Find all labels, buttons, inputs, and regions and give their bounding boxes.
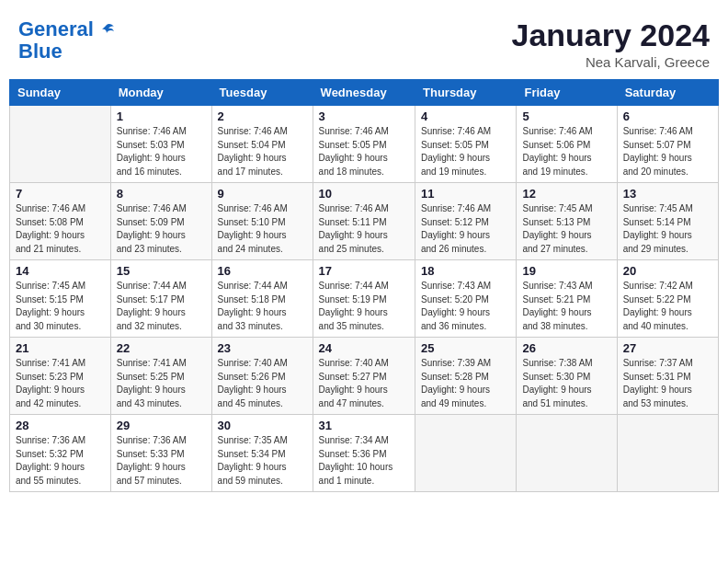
calendar-cell xyxy=(415,415,517,492)
day-number: 4 xyxy=(421,109,510,123)
day-info: Sunrise: 7:35 AM Sunset: 5:34 PM Dayligh… xyxy=(218,434,307,488)
calendar-cell: 7Sunrise: 7:46 AM Sunset: 5:08 PM Daylig… xyxy=(10,183,111,260)
month-title: January 2024 xyxy=(512,18,711,52)
logo: GeneralBlue xyxy=(18,18,116,63)
calendar-cell xyxy=(10,106,111,183)
day-number: 1 xyxy=(117,109,206,123)
day-header-thursday: Thursday xyxy=(415,80,517,106)
day-number: 13 xyxy=(623,187,712,201)
calendar-body: 1Sunrise: 7:46 AM Sunset: 5:03 PM Daylig… xyxy=(10,106,719,492)
day-info: Sunrise: 7:41 AM Sunset: 5:23 PM Dayligh… xyxy=(16,357,105,410)
calendar-cell: 17Sunrise: 7:44 AM Sunset: 5:19 PM Dayli… xyxy=(313,260,415,338)
day-info: Sunrise: 7:40 AM Sunset: 5:27 PM Dayligh… xyxy=(319,357,409,410)
day-info: Sunrise: 7:46 AM Sunset: 5:07 PM Dayligh… xyxy=(623,125,712,178)
day-number: 5 xyxy=(522,109,610,123)
calendar-week-row: 1Sunrise: 7:46 AM Sunset: 5:03 PM Daylig… xyxy=(10,106,719,183)
calendar-cell xyxy=(517,415,617,492)
day-info: Sunrise: 7:41 AM Sunset: 5:25 PM Dayligh… xyxy=(117,357,206,410)
day-header-wednesday: Wednesday xyxy=(313,80,415,106)
calendar-cell: 25Sunrise: 7:39 AM Sunset: 5:28 PM Dayli… xyxy=(415,338,517,415)
day-number: 6 xyxy=(623,109,712,123)
calendar-table: SundayMondayTuesdayWednesdayThursdayFrid… xyxy=(9,79,719,492)
day-info: Sunrise: 7:46 AM Sunset: 5:05 PM Dayligh… xyxy=(421,125,510,178)
calendar-cell: 31Sunrise: 7:34 AM Sunset: 5:36 PM Dayli… xyxy=(313,415,415,492)
day-header-sunday: Sunday xyxy=(10,80,111,106)
day-number: 19 xyxy=(522,264,610,278)
calendar-cell: 15Sunrise: 7:44 AM Sunset: 5:17 PM Dayli… xyxy=(110,260,211,338)
day-info: Sunrise: 7:36 AM Sunset: 5:32 PM Dayligh… xyxy=(16,434,105,488)
calendar-cell: 8Sunrise: 7:46 AM Sunset: 5:09 PM Daylig… xyxy=(110,183,211,260)
day-number: 9 xyxy=(218,187,307,201)
day-header-friday: Friday xyxy=(517,80,617,106)
day-number: 14 xyxy=(16,264,105,278)
day-info: Sunrise: 7:46 AM Sunset: 5:12 PM Dayligh… xyxy=(421,202,510,256)
calendar-cell: 3Sunrise: 7:46 AM Sunset: 5:05 PM Daylig… xyxy=(313,106,415,183)
day-number: 11 xyxy=(421,187,510,201)
calendar-cell xyxy=(617,415,718,492)
calendar-cell: 21Sunrise: 7:41 AM Sunset: 5:23 PM Dayli… xyxy=(10,338,111,415)
calendar-header-row: SundayMondayTuesdayWednesdayThursdayFrid… xyxy=(10,80,719,106)
day-info: Sunrise: 7:44 AM Sunset: 5:19 PM Dayligh… xyxy=(319,280,409,333)
title-block: January 2024 Nea Karvali, Greece xyxy=(512,18,711,70)
day-number: 29 xyxy=(117,419,206,432)
day-number: 12 xyxy=(522,187,610,201)
day-info: Sunrise: 7:43 AM Sunset: 5:20 PM Dayligh… xyxy=(421,280,510,333)
calendar-cell: 10Sunrise: 7:46 AM Sunset: 5:11 PM Dayli… xyxy=(313,183,415,260)
calendar-cell: 19Sunrise: 7:43 AM Sunset: 5:21 PM Dayli… xyxy=(517,260,617,338)
day-number: 24 xyxy=(319,341,409,355)
day-info: Sunrise: 7:46 AM Sunset: 5:08 PM Dayligh… xyxy=(16,202,105,256)
day-number: 10 xyxy=(319,187,409,201)
day-info: Sunrise: 7:46 AM Sunset: 5:06 PM Dayligh… xyxy=(522,125,610,178)
calendar-cell: 4Sunrise: 7:46 AM Sunset: 5:05 PM Daylig… xyxy=(415,106,517,183)
day-info: Sunrise: 7:45 AM Sunset: 5:14 PM Dayligh… xyxy=(623,202,712,256)
calendar-week-row: 14Sunrise: 7:45 AM Sunset: 5:15 PM Dayli… xyxy=(10,260,719,338)
calendar-cell: 14Sunrise: 7:45 AM Sunset: 5:15 PM Dayli… xyxy=(10,260,111,338)
calendar-cell: 26Sunrise: 7:38 AM Sunset: 5:30 PM Dayli… xyxy=(517,338,617,415)
calendar-week-row: 21Sunrise: 7:41 AM Sunset: 5:23 PM Dayli… xyxy=(10,338,719,415)
day-header-monday: Monday xyxy=(110,80,211,106)
logo-bird-icon xyxy=(97,22,116,40)
calendar-cell: 6Sunrise: 7:46 AM Sunset: 5:07 PM Daylig… xyxy=(617,106,718,183)
day-info: Sunrise: 7:45 AM Sunset: 5:13 PM Dayligh… xyxy=(522,202,610,256)
calendar-cell: 30Sunrise: 7:35 AM Sunset: 5:34 PM Dayli… xyxy=(211,415,313,492)
day-info: Sunrise: 7:44 AM Sunset: 5:18 PM Dayligh… xyxy=(218,280,307,333)
calendar-cell: 1Sunrise: 7:46 AM Sunset: 5:03 PM Daylig… xyxy=(110,106,211,183)
logo-text: GeneralBlue xyxy=(18,18,94,63)
day-number: 27 xyxy=(623,341,712,355)
calendar-cell: 20Sunrise: 7:42 AM Sunset: 5:22 PM Dayli… xyxy=(617,260,718,338)
day-number: 18 xyxy=(421,264,510,278)
calendar-cell: 16Sunrise: 7:44 AM Sunset: 5:18 PM Dayli… xyxy=(211,260,313,338)
day-number: 26 xyxy=(522,341,610,355)
day-info: Sunrise: 7:37 AM Sunset: 5:31 PM Dayligh… xyxy=(623,357,712,410)
calendar-cell: 12Sunrise: 7:45 AM Sunset: 5:13 PM Dayli… xyxy=(517,183,617,260)
day-info: Sunrise: 7:46 AM Sunset: 5:11 PM Dayligh… xyxy=(319,202,409,256)
calendar-cell: 24Sunrise: 7:40 AM Sunset: 5:27 PM Dayli… xyxy=(313,338,415,415)
day-number: 28 xyxy=(16,419,105,432)
page-header: GeneralBlue January 2024 Nea Karvali, Gr… xyxy=(9,9,719,75)
day-number: 17 xyxy=(319,264,409,278)
day-info: Sunrise: 7:40 AM Sunset: 5:26 PM Dayligh… xyxy=(218,357,307,410)
location: Nea Karvali, Greece xyxy=(512,54,711,70)
day-number: 15 xyxy=(117,264,206,278)
day-number: 22 xyxy=(117,341,206,355)
day-number: 3 xyxy=(319,109,409,123)
day-info: Sunrise: 7:39 AM Sunset: 5:28 PM Dayligh… xyxy=(421,357,510,410)
day-number: 20 xyxy=(623,264,712,278)
calendar-cell: 22Sunrise: 7:41 AM Sunset: 5:25 PM Dayli… xyxy=(110,338,211,415)
day-info: Sunrise: 7:46 AM Sunset: 5:09 PM Dayligh… xyxy=(117,202,206,256)
calendar-cell: 28Sunrise: 7:36 AM Sunset: 5:32 PM Dayli… xyxy=(10,415,111,492)
calendar-cell: 23Sunrise: 7:40 AM Sunset: 5:26 PM Dayli… xyxy=(211,338,313,415)
day-info: Sunrise: 7:42 AM Sunset: 5:22 PM Dayligh… xyxy=(623,280,712,333)
calendar-cell: 18Sunrise: 7:43 AM Sunset: 5:20 PM Dayli… xyxy=(415,260,517,338)
day-info: Sunrise: 7:36 AM Sunset: 5:33 PM Dayligh… xyxy=(117,434,206,488)
day-header-saturday: Saturday xyxy=(617,80,718,106)
calendar-cell: 27Sunrise: 7:37 AM Sunset: 5:31 PM Dayli… xyxy=(617,338,718,415)
day-number: 2 xyxy=(218,109,307,123)
day-info: Sunrise: 7:46 AM Sunset: 5:03 PM Dayligh… xyxy=(117,125,206,178)
day-info: Sunrise: 7:44 AM Sunset: 5:17 PM Dayligh… xyxy=(117,280,206,333)
day-number: 30 xyxy=(218,419,307,432)
day-number: 21 xyxy=(16,341,105,355)
day-info: Sunrise: 7:46 AM Sunset: 5:05 PM Dayligh… xyxy=(319,125,409,178)
day-number: 23 xyxy=(218,341,307,355)
calendar-cell: 29Sunrise: 7:36 AM Sunset: 5:33 PM Dayli… xyxy=(110,415,211,492)
